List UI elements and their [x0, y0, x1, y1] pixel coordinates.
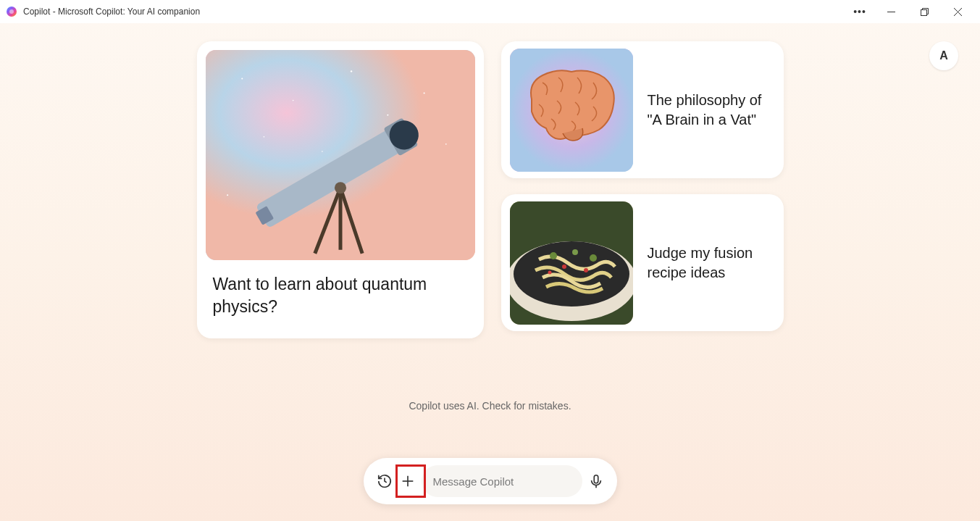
window-title: Copilot - Microsoft Copilot: Your AI com…: [23, 7, 200, 17]
svg-point-14: [227, 194, 228, 196]
history-button[interactable]: [375, 468, 394, 494]
svg-point-27: [514, 241, 629, 307]
suggestion-card-recipe[interactable]: Judge my fusion recipe ideas: [501, 194, 784, 331]
svg-point-10: [423, 93, 424, 94]
pasta-illustration: [510, 201, 633, 325]
titlebar-controls: •••: [845, 0, 974, 23]
suggestion-card-quantum[interactable]: Want to learn about quantum physics?: [197, 41, 484, 338]
card-recipe-text: Judge my fusion recipe ideas: [648, 243, 775, 283]
voice-input-button[interactable]: [587, 468, 606, 494]
history-icon: [377, 473, 393, 489]
svg-point-8: [292, 100, 293, 101]
more-options-button[interactable]: •••: [845, 0, 874, 23]
svg-point-7: [241, 78, 243, 79]
avatar-initial: A: [939, 49, 948, 62]
titlebar: Copilot - Microsoft Copilot: Your AI com…: [0, 0, 980, 23]
ai-disclaimer: Copilot uses AI. Check for mistakes.: [409, 400, 571, 412]
card-quantum-text: Want to learn about quantum physics?: [206, 260, 475, 330]
svg-point-1: [9, 9, 14, 14]
input-field-wrapper: [422, 465, 582, 497]
suggestion-card-brain[interactable]: The philosophy of "A Brain in a Vat": [501, 41, 784, 178]
new-chat-button[interactable]: [398, 468, 417, 494]
close-button[interactable]: [941, 0, 974, 23]
message-input-bar: [364, 458, 617, 504]
telescope-illustration: [206, 50, 475, 260]
svg-point-32: [584, 268, 588, 272]
small-cards-column: The philosophy of "A Brain in a Vat": [501, 41, 784, 338]
svg-point-15: [322, 151, 323, 152]
suggestion-cards: Want to learn about quantum physics?: [197, 41, 784, 338]
svg-point-12: [387, 114, 388, 116]
card-brain-text: The philosophy of "A Brain in a Vat": [648, 91, 775, 130]
svg-rect-3: [921, 9, 926, 15]
svg-rect-36: [594, 475, 598, 483]
svg-point-23: [334, 182, 345, 193]
svg-point-31: [562, 264, 566, 269]
svg-point-11: [263, 136, 264, 138]
main-content: A: [0, 23, 980, 521]
maximize-icon: [921, 8, 929, 16]
plus-icon: [400, 473, 416, 489]
copilot-app-icon: [6, 6, 17, 17]
maximize-button[interactable]: [908, 0, 941, 23]
titlebar-left: Copilot - Microsoft Copilot: Your AI com…: [6, 6, 200, 17]
user-avatar[interactable]: A: [929, 41, 958, 70]
minimize-icon: [887, 8, 895, 16]
svg-point-30: [590, 254, 597, 262]
svg-point-33: [548, 270, 551, 274]
svg-point-28: [550, 252, 557, 259]
svg-point-9: [350, 70, 351, 72]
close-icon: [954, 8, 962, 16]
message-input[interactable]: [433, 475, 571, 488]
svg-point-13: [445, 143, 446, 145]
brain-illustration: [510, 49, 633, 172]
svg-point-29: [572, 249, 578, 255]
microphone-icon: [588, 473, 604, 489]
minimize-button[interactable]: [874, 0, 908, 23]
